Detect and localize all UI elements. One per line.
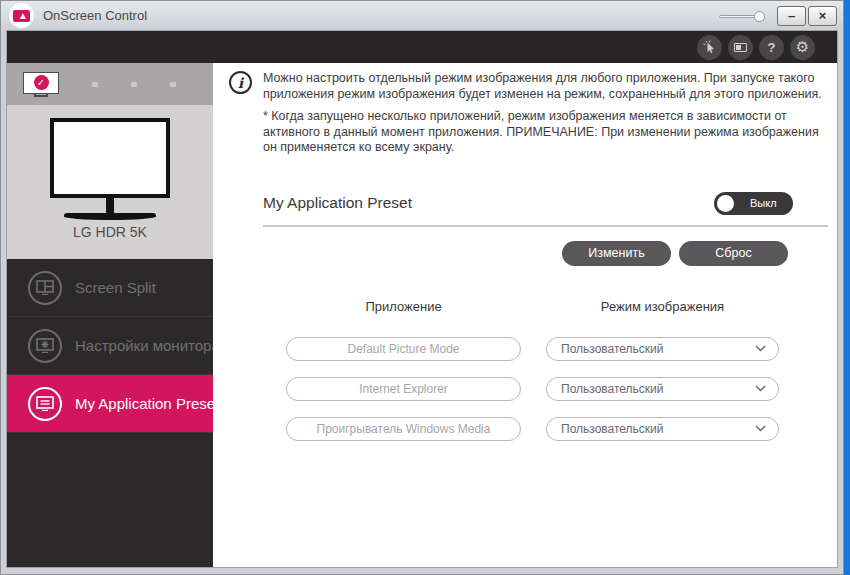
settings-gear-icon[interactable]: ⚙ [790,35,815,60]
column-headers: Приложение Режим изображения [213,299,837,314]
monitor-slot-dot-2[interactable] [131,82,137,87]
info-section: i Можно настроить отдельный режим изобра… [229,71,827,156]
column-header-picture-mode: Режим изображения [546,299,779,314]
application-button[interactable]: Default Picture Mode [286,337,521,361]
sidebar-item-my-application-preset[interactable]: My Application Preset [7,375,213,433]
sidebar-item-monitor-settings[interactable]: Настройки монитора [7,317,213,375]
help-icon[interactable]: ? [759,35,784,60]
sidebar: ✓ LG HDR 5K [7,63,213,567]
application-preset-icon [28,387,62,421]
picture-mode-dropdown[interactable]: Пользовательский [546,337,779,361]
titlebar-controls: – × [719,6,837,26]
section-divider [263,225,828,227]
logo-cursor-icon: ▲ [18,11,28,21]
chevron-down-icon [755,425,766,432]
picture-mode-dropdown[interactable]: Пользовательский [546,417,779,441]
edit-button[interactable]: Изменить [562,241,671,266]
monitor-slot-dot-3[interactable] [170,82,176,87]
window-content: ? ⚙ ✓ [6,30,838,568]
app-body: ✓ LG HDR 5K [7,63,837,567]
app-window: ▲ OnScreen Control – × [0,0,844,575]
info-paragraph-2: * Когда запущено несколько приложений, р… [263,109,827,156]
application-button[interactable]: Проигрыватель Windows Media [286,417,521,441]
sidebar-filler [7,433,213,567]
logo-monitor-shape: ▲ [13,10,30,22]
close-button[interactable]: × [808,6,837,26]
monitor-tab-stand [34,94,48,97]
sidebar-item-label: Screen Split [75,279,156,296]
info-paragraph-1: Можно настроить отдельный режим изображе… [263,71,827,102]
minimize-button[interactable]: – [777,6,806,26]
slider-thumb[interactable] [754,11,765,22]
monitor-tab-active[interactable]: ✓ [23,72,59,97]
monitor-preview-screen [50,118,170,198]
reset-button[interactable]: Сброс [679,241,788,266]
preset-row: Internet Explorer Пользовательский [286,377,837,401]
monitor-name-label: LG HDR 5K [73,224,147,240]
monitor-glyph-shape [734,43,747,52]
dropdown-value: Пользовательский [561,342,755,356]
monitor-settings-icon [28,329,62,363]
app-header: ? ⚙ [7,31,837,63]
dropdown-value: Пользовательский [561,382,755,396]
screen-split-icon [28,271,62,305]
toggle-state-label: Выкл [750,197,777,209]
toggle-knob [717,195,734,212]
sidebar-item-label: Настройки монитора [75,337,220,354]
application-button[interactable]: Internet Explorer [286,377,521,401]
monitor-slot-dot-1[interactable] [92,82,98,87]
monitor-preview-neck [106,198,114,213]
monitor-preview-base [64,213,156,220]
preset-row: Проигрыватель Windows Media Пользователь… [286,417,837,441]
picture-mode-dropdown[interactable]: Пользовательский [546,377,779,401]
sidebar-item-screen-split[interactable]: Screen Split [7,259,213,317]
app-logo-icon: ▲ [9,3,34,28]
check-badge-icon: ✓ [34,75,49,90]
chevron-down-icon [755,345,766,352]
pointer-settings-icon[interactable] [697,35,722,60]
monitor-select-icon[interactable] [728,35,753,60]
sidebar-item-label: My Application Preset [75,395,219,412]
info-icon: i [229,71,252,94]
title-bar: ▲ OnScreen Control – × [1,1,843,30]
column-header-application: Приложение [286,299,521,314]
window-title: OnScreen Control [43,8,147,23]
monitor-tab-strip: ✓ [7,63,213,105]
transparency-slider[interactable] [719,10,765,22]
info-text: Можно настроить отдельный режим изображе… [263,71,827,156]
dropdown-value: Пользовательский [561,422,755,436]
preset-toggle[interactable]: Выкл [714,192,793,215]
monitor-tab-screen: ✓ [23,72,59,94]
monitor-preview: LG HDR 5K [7,105,213,259]
main-panel: i Можно настроить отдельный режим изобра… [213,63,837,567]
section-title: My Application Preset [263,194,412,212]
chevron-down-icon [755,385,766,392]
action-buttons: Изменить Сброс [213,241,788,266]
sidebar-menu: Screen Split [7,259,213,567]
preset-row: Default Picture Mode Пользовательский [286,337,837,361]
preset-header-row: My Application Preset Выкл [263,192,793,215]
